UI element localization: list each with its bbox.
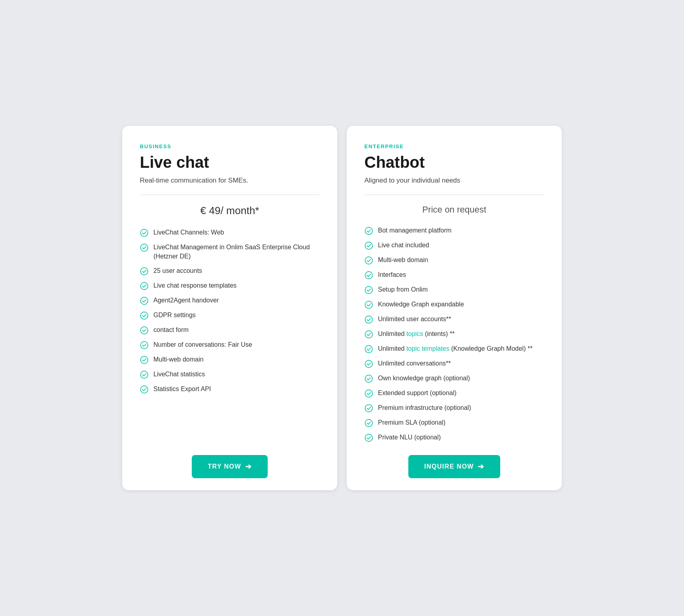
svg-point-14 xyxy=(365,272,372,279)
business-plan-description: Real-time communication for SMEs. xyxy=(140,176,320,185)
feature-text: Multi-web domain xyxy=(378,256,544,264)
svg-point-7 xyxy=(141,342,148,349)
list-item: LiveChat Management in Onlim SaaS Enterp… xyxy=(140,243,320,261)
svg-point-3 xyxy=(141,282,148,290)
check-icon xyxy=(140,243,149,252)
list-item: Extended support (optional) xyxy=(364,389,544,398)
list-item: 25 user accounts xyxy=(140,266,320,276)
check-icon xyxy=(140,370,149,379)
svg-point-19 xyxy=(365,346,372,353)
business-card: BUSINESS Live chat Real-time communicati… xyxy=(122,126,337,491)
svg-point-25 xyxy=(365,434,372,441)
enterprise-plan-description: Aligned to your individual needs xyxy=(364,176,544,185)
svg-point-21 xyxy=(365,375,372,382)
check-icon xyxy=(140,326,149,335)
svg-point-8 xyxy=(141,356,148,364)
list-item: Unlimited topic templates (Knowledge Gra… xyxy=(364,344,544,354)
list-item: Bot management platform xyxy=(364,226,544,235)
feature-text: GDPR settings xyxy=(153,311,320,320)
check-icon xyxy=(364,345,373,354)
feature-text: Own knowledge graph (optional) xyxy=(378,374,544,383)
check-icon xyxy=(364,315,373,324)
list-item: Unlimited user accounts** xyxy=(364,315,544,324)
feature-text: LiveChat statistics xyxy=(153,370,320,379)
feature-text: Unlimited conversations** xyxy=(378,359,544,368)
check-icon xyxy=(364,227,373,235)
inquire-now-button[interactable]: INQUIRE NOW ➔ xyxy=(408,455,501,478)
list-item: Statistics Export API xyxy=(140,385,320,394)
feature-text: Number of conversations: Fair Use xyxy=(153,340,320,349)
business-price-value: € 49/ month* xyxy=(200,205,259,217)
business-tier-label: BUSINESS xyxy=(140,143,320,149)
list-item: LiveChat Channels: Web xyxy=(140,228,320,237)
feature-text: Premium infrastructure (optional) xyxy=(378,403,544,412)
topics-link[interactable]: topics xyxy=(406,330,423,337)
feature-text: Unlimited topics (intents) ** xyxy=(378,330,544,338)
check-icon xyxy=(364,256,373,265)
svg-point-22 xyxy=(365,390,372,397)
check-icon xyxy=(364,419,373,427)
inquire-now-label: INQUIRE NOW xyxy=(424,463,474,470)
svg-point-20 xyxy=(365,360,372,368)
feature-text: Setup from Onlim xyxy=(378,285,544,294)
check-icon xyxy=(364,389,373,398)
list-item: Private NLU (optional) xyxy=(364,433,544,442)
check-icon xyxy=(364,241,373,250)
check-icon xyxy=(140,296,149,305)
feature-text: Multi-web domain xyxy=(153,355,320,364)
svg-point-17 xyxy=(365,316,372,323)
svg-point-16 xyxy=(365,301,372,308)
feature-text: LiveChat Management in Onlim SaaS Enterp… xyxy=(153,243,320,261)
svg-point-12 xyxy=(365,242,372,249)
svg-point-1 xyxy=(141,244,148,251)
list-item: Multi-web domain xyxy=(364,256,544,265)
feature-text: Live chat included xyxy=(378,241,544,250)
check-icon xyxy=(364,360,373,368)
list-item: Premium infrastructure (optional) xyxy=(364,403,544,413)
enterprise-card: ENTERPRISE Chatbot Aligned to your indiv… xyxy=(347,126,562,491)
enterprise-features-list: Bot management platform Live chat includ… xyxy=(364,226,544,442)
list-item: Unlimited topics (intents) ** xyxy=(364,330,544,339)
enterprise-card-footer: INQUIRE NOW ➔ xyxy=(347,443,562,490)
business-price: € 49/ month* xyxy=(140,205,320,217)
svg-point-24 xyxy=(365,419,372,427)
feature-text: Knowledge Graph expandable xyxy=(378,300,544,309)
check-icon xyxy=(364,433,373,442)
svg-point-13 xyxy=(365,257,372,264)
topic-templates-link[interactable]: topic templates xyxy=(406,345,449,352)
feature-text: Private NLU (optional) xyxy=(378,433,544,442)
svg-point-4 xyxy=(141,297,148,304)
svg-point-18 xyxy=(365,331,372,338)
try-now-button[interactable]: TRY NOW ➔ xyxy=(192,455,268,478)
list-item: Live chat included xyxy=(364,241,544,250)
svg-point-15 xyxy=(365,286,372,294)
feature-text: Statistics Export API xyxy=(153,385,320,393)
svg-point-9 xyxy=(141,371,148,378)
check-icon xyxy=(140,229,149,237)
list-item: Setup from Onlim xyxy=(364,285,544,294)
list-item: Multi-web domain xyxy=(140,355,320,364)
svg-point-10 xyxy=(141,386,148,393)
list-item: GDPR settings xyxy=(140,311,320,320)
list-item: Knowledge Graph expandable xyxy=(364,300,544,309)
arrow-icon: ➔ xyxy=(245,462,252,471)
feature-text: Agent2Agent handover xyxy=(153,296,320,305)
check-icon xyxy=(364,374,373,383)
try-now-label: TRY NOW xyxy=(208,463,241,470)
svg-point-23 xyxy=(365,405,372,412)
list-item: contact form xyxy=(140,326,320,335)
feature-text: Live chat response templates xyxy=(153,281,320,290)
list-item: Premium SLA (optional) xyxy=(364,418,544,427)
business-card-footer: TRY NOW ➔ xyxy=(122,443,337,490)
check-icon xyxy=(140,267,149,276)
check-icon xyxy=(140,341,149,350)
feature-text: Unlimited topic templates (Knowledge Gra… xyxy=(378,344,544,353)
feature-text: Extended support (optional) xyxy=(378,389,544,397)
svg-point-6 xyxy=(141,327,148,334)
pricing-container: BUSINESS Live chat Real-time communicati… xyxy=(122,126,562,491)
list-item: Own knowledge graph (optional) xyxy=(364,374,544,383)
check-icon xyxy=(140,311,149,320)
list-item: Unlimited conversations** xyxy=(364,359,544,368)
business-divider xyxy=(140,195,320,195)
feature-text: Interfaces xyxy=(378,270,544,279)
